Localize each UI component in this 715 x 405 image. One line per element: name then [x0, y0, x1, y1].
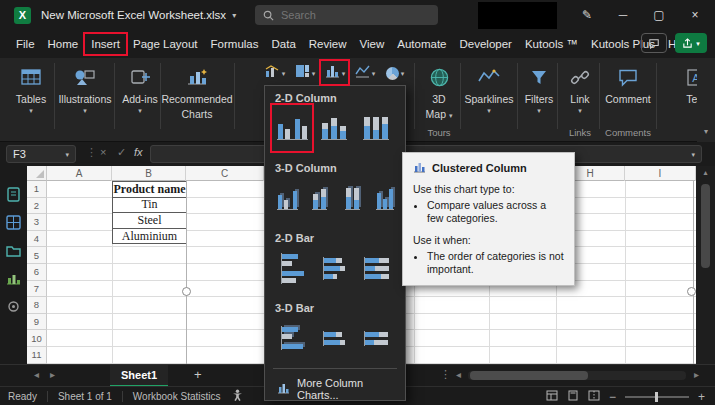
horizontal-scrollbar[interactable] — [468, 371, 686, 380]
column-header-c[interactable]: C — [186, 166, 264, 181]
cell-b2[interactable]: Tin — [112, 197, 187, 214]
normal-view-icon[interactable] — [546, 390, 558, 403]
kutools-folder-icon[interactable] — [5, 242, 22, 259]
tab-file[interactable]: File — [14, 35, 37, 53]
page-break-view-icon[interactable] — [588, 390, 600, 403]
add-sheet-button[interactable]: + — [194, 367, 202, 382]
tab-view[interactable]: View — [358, 35, 387, 53]
status-sheet-count[interactable]: Sheet 1 of 1 — [58, 391, 112, 402]
menu-option-stacked-column[interactable] — [315, 106, 353, 150]
row-header-5[interactable]: 5 — [27, 247, 47, 264]
zoom-in-button[interactable]: + — [698, 390, 705, 404]
more-column-charts-item[interactable]: More Column Charts... — [271, 373, 399, 403]
link-button[interactable]: Link ▾ — [560, 62, 600, 134]
scroll-up-icon[interactable]: ▴ — [696, 168, 715, 177]
cell-b1[interactable]: Product name — [112, 181, 187, 198]
3d-map-button[interactable]: 3D Map ▾ — [418, 62, 460, 134]
menu-option-100-stacked-bar[interactable] — [357, 246, 395, 290]
select-all-corner[interactable] — [27, 166, 47, 181]
cell-b3[interactable]: Steel — [112, 212, 187, 229]
name-box-resize-handle[interactable]: ⋮ — [86, 146, 97, 159]
tab-kutools[interactable]: Kutools ™ — [523, 35, 580, 53]
prev-sheet-icon[interactable]: ◂ — [34, 369, 39, 380]
kutools-settings-icon[interactable] — [5, 298, 22, 315]
comments-pane-button[interactable] — [641, 33, 667, 53]
tab-bar-options-icon[interactable]: ⋮ — [440, 368, 451, 381]
scroll-right-icon[interactable]: ▸ — [694, 369, 699, 380]
illustrations-button[interactable]: Illustrations ▾ — [58, 62, 112, 134]
maximize-button[interactable]: ▢ — [642, 0, 676, 30]
row-header-6[interactable]: 6 — [27, 264, 47, 281]
zoom-slider-thumb[interactable] — [655, 392, 658, 402]
vertical-scrollbar-thumb[interactable] — [701, 184, 710, 268]
row-header-1[interactable]: 1 — [27, 181, 47, 198]
title-dropdown-icon[interactable]: ▾ — [232, 11, 236, 20]
confirm-entry-icon[interactable]: ✓ — [117, 146, 126, 159]
row-header-3[interactable]: 3 — [27, 214, 47, 231]
menu-option-3d-clustered-column[interactable] — [273, 176, 302, 220]
status-workbook-statistics[interactable]: Workbook Statistics — [133, 391, 221, 402]
row-header-10[interactable]: 10 — [27, 330, 47, 347]
menu-option-3d-column[interactable] — [371, 176, 400, 220]
tab-home[interactable]: Home — [46, 35, 81, 53]
recommended-charts-button[interactable]: Recommended Charts — [164, 62, 230, 134]
row-header-8[interactable]: 8 — [27, 297, 47, 314]
insert-column-or-bar-chart-button[interactable]: ▾ — [322, 62, 348, 84]
row-header-2[interactable]: 2 — [27, 198, 47, 215]
close-button[interactable]: × — [678, 0, 712, 30]
scroll-left-icon[interactable]: ◂ — [456, 369, 461, 380]
collapse-ribbon-button[interactable]: ▾ — [697, 58, 715, 142]
minimize-button[interactable]: ─ — [606, 0, 640, 30]
tab-review[interactable]: Review — [307, 35, 349, 53]
column-header-b[interactable]: B — [112, 166, 186, 181]
menu-option-stacked-bar[interactable] — [315, 246, 353, 290]
menu-option-3d-100-stacked-column[interactable] — [338, 176, 367, 220]
chart-resize-handle-right[interactable] — [687, 287, 696, 296]
cancel-entry-icon[interactable]: × — [100, 146, 106, 158]
menu-option-3d-100-stacked-bar[interactable] — [357, 316, 395, 360]
sparklines-button[interactable]: Sparklines ▾ — [462, 62, 516, 134]
menu-option-3d-stacked-bar[interactable] — [315, 316, 353, 360]
zoom-slider[interactable] — [625, 396, 689, 398]
menu-option-clustered-column[interactable] — [273, 106, 311, 150]
accessibility-icon[interactable] — [232, 389, 243, 403]
tables-button[interactable]: Tables ▾ — [8, 62, 54, 134]
row-header-9[interactable]: 9 — [27, 314, 47, 331]
name-box[interactable]: F3 ▾ — [6, 145, 76, 163]
pen-icon[interactable]: ✎ — [570, 0, 604, 30]
menu-option-100-stacked-column[interactable] — [357, 106, 395, 150]
filters-button[interactable]: Filters ▾ — [520, 62, 558, 134]
insert-line-chart-button[interactable]: ▾ — [352, 62, 378, 84]
page-layout-view-icon[interactable] — [567, 390, 579, 403]
tab-developer[interactable]: Developer — [457, 35, 513, 53]
row-header-11[interactable]: 11 — [27, 347, 47, 364]
insert-combo-chart-button[interactable]: ▾ — [262, 62, 288, 84]
kutools-chart-icon[interactable] — [5, 270, 22, 287]
column-header-i[interactable]: I — [625, 166, 696, 181]
row-header-4[interactable]: 4 — [27, 231, 47, 248]
tab-automate[interactable]: Automate — [395, 35, 448, 53]
share-button[interactable]: ▾ — [675, 33, 707, 53]
search-input[interactable] — [281, 9, 411, 21]
zoom-out-button[interactable]: − — [609, 390, 616, 404]
vertical-scrollbar[interactable]: ▴ — [696, 166, 715, 364]
new-comment-button[interactable]: Comment — [602, 62, 654, 134]
kutools-workbook-icon[interactable] — [5, 186, 22, 203]
chart-resize-handle-left[interactable] — [182, 287, 191, 296]
kutools-grid-icon[interactable] — [5, 214, 22, 231]
tab-formulas[interactable]: Formulas — [209, 35, 261, 53]
insert-function-button[interactable]: fx — [134, 146, 143, 158]
menu-option-3d-clustered-bar[interactable] — [273, 316, 311, 360]
next-sheet-icon[interactable]: ▸ — [50, 369, 55, 380]
tab-page-layout[interactable]: Page Layout — [131, 35, 200, 53]
menu-option-3d-stacked-column[interactable] — [306, 176, 335, 220]
tab-insert[interactable]: Insert — [89, 35, 122, 53]
search-box[interactable] — [255, 5, 438, 25]
row-header-7[interactable]: 7 — [27, 281, 47, 298]
horizontal-scrollbar-thumb[interactable] — [470, 371, 588, 380]
sheet-tab-sheet1[interactable]: Sheet1 — [110, 365, 168, 387]
add-ins-button[interactable]: Add-ins ▾ — [118, 62, 162, 134]
insert-hierarchy-chart-button[interactable]: ▾ — [292, 62, 318, 84]
column-header-a[interactable]: A — [47, 166, 112, 181]
menu-option-clustered-bar[interactable] — [273, 246, 311, 290]
